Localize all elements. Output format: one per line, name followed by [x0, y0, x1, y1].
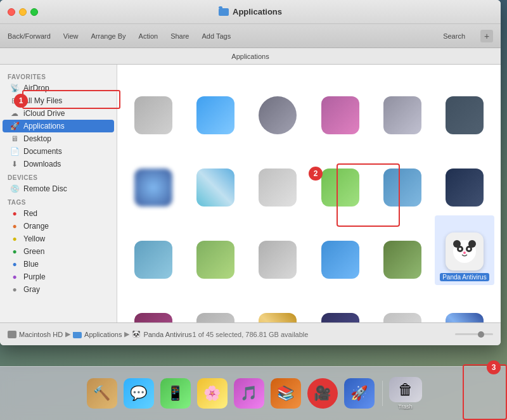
sidebar-item-tag-purple[interactable]: ● Purple	[3, 270, 114, 283]
add-tags-button[interactable]: Add Tags	[202, 32, 231, 40]
sidebar-item-icloud-drive[interactable]: ☁ iCloud Drive	[3, 107, 114, 120]
view-button[interactable]: View	[63, 32, 79, 40]
sidebar-item-desktop[interactable]: 🖥 Desktop	[3, 132, 114, 145]
arrange-by-button[interactable]: Arrange By	[91, 32, 126, 40]
tags-label: Tags	[0, 195, 117, 207]
dock-item-ibooks[interactable]: 📚	[269, 377, 302, 410]
window-title-area: Applications	[219, 7, 282, 16]
dock-item-zoom[interactable]: 🎥	[306, 377, 339, 410]
tag-green-icon: ●	[10, 247, 19, 256]
app-item-11[interactable]	[373, 143, 432, 213]
app-item-8[interactable]	[186, 143, 245, 213]
breadcrumb-sep-1: ▶	[65, 330, 70, 338]
breadcrumb-apps: Applications	[84, 331, 122, 338]
file-grid: Panda Antivirus	[117, 65, 501, 322]
app-item-15[interactable]	[248, 215, 307, 285]
breadcrumb-panda: Panda Antivirus	[143, 331, 191, 338]
back-forward-button[interactable]: Back/Forward	[8, 32, 51, 40]
app-item-23[interactable]	[310, 288, 369, 322]
sidebar-item-downloads[interactable]: ⬇ Downloads	[3, 158, 114, 170]
tag-yellow-icon: ●	[10, 234, 19, 243]
panda-label: Panda Antivirus	[440, 273, 489, 281]
app-item-7[interactable]	[124, 143, 183, 213]
finder-window: Applications Back/Forward View Arrange B…	[0, 0, 501, 345]
action-button[interactable]: Action	[139, 32, 158, 40]
svg-point-5	[459, 248, 461, 250]
sidebar-item-label: Downloads	[23, 160, 61, 169]
sidebar-item-tag-red[interactable]: ● Red	[3, 207, 114, 220]
trash-dock-icon: 🗑	[389, 377, 422, 402]
wifi-icon: 📡	[10, 84, 19, 92]
breadcrumb-sep-2: ▶	[124, 330, 129, 338]
tag-label: Purple	[23, 272, 46, 281]
app-item-9[interactable]	[248, 143, 307, 213]
app-item-13[interactable]	[124, 215, 183, 285]
sidebar-item-applications[interactable]: 🚀 Applications	[3, 120, 114, 132]
app-item-24[interactable]	[373, 288, 432, 322]
app-item-20[interactable]	[124, 288, 183, 322]
app-item-17[interactable]	[373, 215, 432, 285]
dock-item-facetime[interactable]: 📱	[159, 377, 192, 410]
tag-label: Yellow	[23, 234, 45, 243]
dock-item-trash[interactable]: 🗑 Trash	[389, 377, 422, 410]
title-bar: Applications	[0, 0, 501, 24]
tag-label: Green	[23, 247, 44, 256]
tag-label: Red	[23, 209, 37, 218]
devices-label: Devices	[0, 170, 117, 182]
app-item-6[interactable]	[435, 71, 494, 141]
share-button[interactable]: Share	[170, 32, 189, 40]
app-item-3[interactable]	[248, 71, 307, 141]
folder-breadcrumb-icon	[73, 332, 82, 338]
dock-item-finder[interactable]: 🔨	[86, 377, 119, 410]
rocket-icon: 🚀	[10, 122, 19, 130]
trash-label: Trash	[398, 404, 413, 410]
sidebar-item-label: AirDrop	[23, 84, 49, 92]
app-item-14[interactable]	[186, 215, 245, 285]
close-button[interactable]	[8, 8, 15, 16]
sidebar-item-tag-yellow[interactable]: ● Yellow	[3, 232, 114, 245]
minimize-button[interactable]	[19, 8, 27, 16]
sidebar-item-airdrop[interactable]: 📡 AirDrop	[3, 82, 114, 94]
sidebar-item-label: Remote Disc	[23, 184, 67, 193]
app-item-4[interactable]	[310, 71, 369, 141]
zoom-dock-icon: 🎥	[307, 378, 338, 409]
dock-item-photos[interactable]: 🌸	[196, 377, 229, 410]
app-item-25[interactable]	[435, 288, 494, 322]
svg-point-6	[468, 248, 470, 250]
path-bar: Applications	[0, 48, 501, 65]
favorites-label: Favorites	[0, 70, 117, 82]
dock-item-messages[interactable]: 💬	[122, 377, 155, 410]
sidebar-item-tag-gray[interactable]: ● Gray	[3, 283, 114, 296]
tag-label: Orange	[23, 222, 49, 231]
sidebar-item-remote-disc[interactable]: 💿 Remote Disc	[3, 182, 114, 195]
disc-icon: 💿	[10, 184, 19, 193]
monitor-icon: 🖥	[10, 134, 19, 143]
sidebar-item-documents[interactable]: 📄 Documents	[3, 145, 114, 158]
status-bar: Macintosh HD ▶ Applications ▶ 🐼 Panda An…	[0, 322, 501, 345]
sidebar-item-tag-orange[interactable]: ● Orange	[3, 220, 114, 232]
dock-item-music[interactable]: 🎵	[233, 377, 266, 410]
size-slider-area	[455, 333, 493, 335]
app-item-16[interactable]	[310, 215, 369, 285]
search-button[interactable]: Search	[443, 32, 465, 40]
tag-label: Gray	[23, 285, 40, 294]
fullscreen-button[interactable]	[30, 8, 38, 16]
app-item-2[interactable]	[186, 71, 245, 141]
app-item-22[interactable]	[248, 288, 307, 322]
tag-blue-icon: ●	[10, 260, 19, 269]
doc-icon: 📄	[10, 147, 19, 156]
icon-size-slider[interactable]	[455, 333, 493, 335]
add-button[interactable]: +	[480, 30, 493, 42]
app-item-5[interactable]	[373, 71, 432, 141]
app-item-12[interactable]	[435, 143, 494, 213]
app-item-1[interactable]	[124, 71, 183, 141]
tag-purple-icon: ●	[10, 272, 19, 281]
dock-item-launchpad[interactable]: 🚀	[343, 377, 376, 410]
app-item-panda[interactable]: Panda Antivirus	[435, 215, 494, 285]
breadcrumb-hd: Macintosh HD	[19, 331, 63, 338]
slider-thumb[interactable]	[478, 331, 484, 338]
facetime-dock-icon: 📱	[160, 378, 191, 409]
app-item-21[interactable]	[186, 288, 245, 322]
sidebar-item-tag-blue[interactable]: ● Blue	[3, 258, 114, 270]
sidebar-item-tag-green[interactable]: ● Green	[3, 245, 114, 258]
